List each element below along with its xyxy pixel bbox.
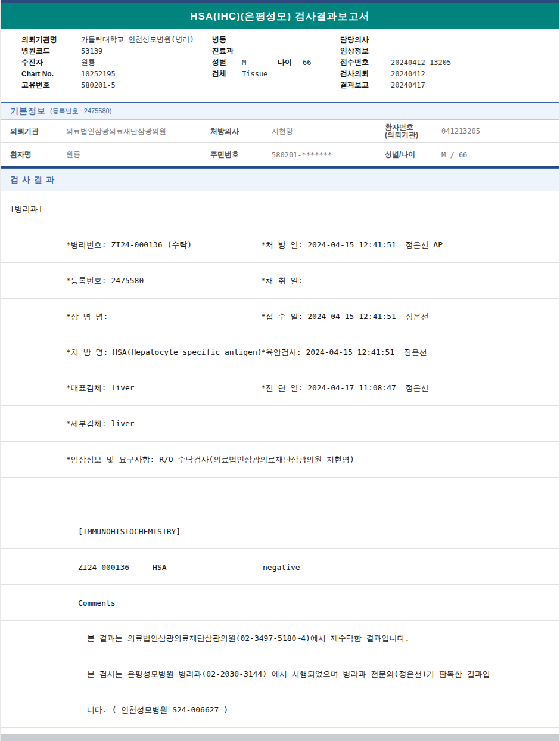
department-label: [병리과] <box>10 204 43 215</box>
comments-label: Comments <box>78 598 116 607</box>
cell-value: 580201-******* <box>272 143 385 166</box>
result-row-comments-label: Comments <box>1 585 559 621</box>
field-clinical-info: 임상정보 <box>340 45 451 57</box>
field-department: 진료과 <box>212 45 311 57</box>
field-value: 가톨릭대학교 인천성모병원(병리) <box>81 35 194 45</box>
result-right: *채 취 일: <box>261 275 303 286</box>
field-label: 나이 <box>278 57 303 67</box>
basic-info-table: 의뢰기관 의료법인삼광의료재단삼광의원 처방의사 지현영 환자번호 (의뢰기관)… <box>1 120 559 168</box>
result-row-comment: 본 검사는 은평성모병원 병리과(02-2030-3144) 에서 시행되었으며… <box>1 656 559 692</box>
result-row-ihc-header: [IMMUNOHISTOCHEMISTRY] <box>1 513 559 549</box>
field-hospital-code: 병원코드 53139 <box>21 45 194 57</box>
field-label: 병원코드 <box>21 46 81 56</box>
result-right: *처 방 일: 2024-04-15 12:41:51 정은선 AP <box>261 240 443 250</box>
field-ward: 병동 <box>212 34 311 45</box>
field-label: 진료과 <box>212 46 242 56</box>
cell-label-line2: (의뢰기관) <box>385 131 418 139</box>
field-label: 병동 <box>212 35 242 45</box>
result-row-ihc-result: ZI24-000136 HSA negative <box>1 549 559 585</box>
result-right: *진 단 일: 2024-04-17 11:08:47 정은선 <box>261 383 429 393</box>
result-left: *병리번호: ZI24-000136 (수탁) <box>66 240 192 250</box>
result-left: *세부검체: liver <box>66 418 135 429</box>
field-value: 20240412 <box>391 70 425 78</box>
result-row: *병리번호: ZI24-000136 (수탁) *처 방 일: 2024-04-… <box>1 227 559 263</box>
result-row-empty <box>1 478 559 513</box>
field-label: 검사의뢰 <box>340 69 391 79</box>
report-title: HSA(IHC)(은평성모) 검사결과보고서 <box>190 10 370 23</box>
field-value: 53139 <box>81 47 102 55</box>
field-label: 성별 <box>212 57 242 67</box>
field-label: 검체 <box>212 69 242 79</box>
result-right: *접 수 일: 2024-04-15 12:41:51 정은선 <box>261 311 429 322</box>
result-row: *등록번호: 2475580 *채 취 일: <box>1 263 559 299</box>
result-row: *대표검체: liver *진 단 일: 2024-04-17 11:08:47… <box>1 370 559 406</box>
field-label: 고유번호 <box>21 80 81 90</box>
bottom-scrollbar-track[interactable] <box>1 734 559 741</box>
basic-info-section-header: 기본정보 (등록번호 : 2475580) <box>1 102 559 120</box>
field-sex-age: 성별 M 나이 66 <box>212 57 311 68</box>
field-value: 원룡 <box>81 57 95 67</box>
result-row: *세부검체: liver <box>1 406 559 442</box>
result-right: *육안검사: 2024-04-15 12:41:51 정은선 <box>261 347 427 358</box>
result-row-department: [병리과] <box>1 191 559 227</box>
ihc-test-name: HSA <box>153 562 166 571</box>
field-label: 수진자 <box>21 57 81 67</box>
field-value: 580201-5 <box>81 81 116 89</box>
field-report-date: 결과보고 20240417 <box>340 79 451 91</box>
comment-line: 본 결과는 의료법인삼광의료재단삼광의원(02-3497-5180~4)에서 재… <box>87 633 409 644</box>
field-requesting-org: 의뢰기관명 가톨릭대학교 인천성모병원(병리) <box>21 34 194 45</box>
cell-label: 주민번호 <box>210 143 272 166</box>
cell-value: M / 66 <box>441 143 559 166</box>
cell-value: 지현영 <box>272 120 385 142</box>
result-row: *상 병 명: - *접 수 일: 2024-04-15 12:41:51 정은… <box>1 299 559 334</box>
result-left: *처 방 명: HSA(Hepatocyte specific antigen) <box>66 347 262 358</box>
result-left: *임상정보 및 요구사항: R/O 수탁검사(의료법인삼광의료재단삼광의원-지현… <box>66 454 354 465</box>
field-value: Tissue <box>242 70 267 78</box>
field-doctor-in-charge: 담당의사 <box>340 34 451 45</box>
field-value: 66 <box>303 58 311 67</box>
patient-header-col2: 병동 진료과 성별 M 나이 66 검체 Tissue <box>212 34 311 79</box>
report-title-bar: HSA(IHC)(은평성모) 검사결과보고서 <box>1 3 559 29</box>
cell-label: 성별/나이 <box>385 143 441 166</box>
ihc-result-value: negative <box>263 562 300 571</box>
field-receipt-no: 접수번호 20240412-13205 <box>340 57 451 68</box>
field-label: 의뢰기관명 <box>21 35 81 45</box>
field-patient-name: 수진자 원룡 <box>21 57 194 68</box>
cell-label: 의뢰기관 <box>1 120 66 142</box>
report-page: HSA(IHC)(은평성모) 검사결과보고서 의뢰기관명 가톨릭대학교 인천성모… <box>0 0 560 741</box>
section-title: 기본정보 <box>10 106 46 117</box>
table-row: 환자명 원룡 주민번호 580201-******* 성별/나이 M / 66 <box>1 143 559 166</box>
comment-line: 본 검사는 은평성모병원 병리과(02-2030-3144) 에서 시행되었으며… <box>87 669 490 680</box>
patient-header-col3: 담당의사 임상정보 접수번호 20240412-13205 검사의뢰 20240… <box>340 34 451 91</box>
result-left: *상 병 명: - <box>66 311 117 322</box>
cell-label: 처방의사 <box>210 120 272 142</box>
patient-header-col1: 의뢰기관명 가톨릭대학교 인천성모병원(병리) 병원코드 53139 수진자 원… <box>21 34 194 91</box>
cell-value: 의료법인삼광의료재단삼광의원 <box>66 120 210 142</box>
ihc-code: ZI24-000136 <box>78 562 129 571</box>
result-row-comment: 니다. ( 인천성모병원 S24-006627 ) <box>1 692 559 728</box>
field-value: 10252195 <box>81 70 116 78</box>
field-chart-no: Chart No. 10252195 <box>21 68 194 79</box>
cell-value: 원룡 <box>66 143 210 166</box>
results-section-header: 검 사 결 과 <box>1 168 559 191</box>
field-label: 접수번호 <box>340 57 391 67</box>
results-body: [병리과] *병리번호: ZI24-000136 (수탁) *처 방 일: 20… <box>1 191 559 728</box>
result-left: *등록번호: 2475580 <box>66 275 144 286</box>
field-unique-no: 고유번호 580201-5 <box>21 79 194 91</box>
comment-line: 니다. ( 인천성모병원 S24-006627 ) <box>87 705 228 715</box>
result-row: *처 방 명: HSA(Hepatocyte specific antigen)… <box>1 334 559 370</box>
field-specimen: 검체 Tissue <box>212 68 311 79</box>
result-row: *임상정보 및 요구사항: R/O 수탁검사(의료법인삼광의료재단삼광의원-지현… <box>1 442 559 478</box>
field-request-date: 검사의뢰 20240412 <box>340 68 451 79</box>
result-left: *대표검체: liver <box>66 383 135 393</box>
cell-label: 환자명 <box>1 143 66 166</box>
field-label: 담당의사 <box>340 35 391 45</box>
field-label: Chart No. <box>21 70 81 78</box>
field-label: 임상정보 <box>340 46 391 56</box>
field-value: 20240412-13205 <box>391 58 451 67</box>
table-row: 의뢰기관 의료법인삼광의료재단삼광의원 처방의사 지현영 환자번호 (의뢰기관)… <box>1 120 559 143</box>
cell-value: 041213205 <box>441 120 559 142</box>
result-row-comment: 본 결과는 의료법인삼광의료재단삼광의원(02-3497-5180~4)에서 재… <box>1 621 559 656</box>
field-label: 결과보고 <box>340 80 391 90</box>
field-value: M <box>242 58 278 67</box>
